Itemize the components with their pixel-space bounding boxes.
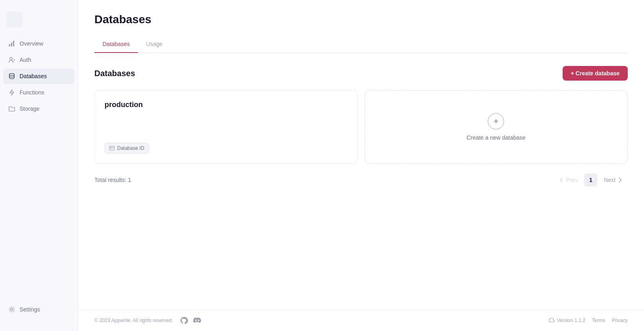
next-button[interactable]: Next: [599, 174, 628, 186]
sidebar-bottom: Settings: [0, 298, 78, 324]
copyright-text: © 2023 Appwrite. All rights reserved.: [94, 318, 173, 323]
prev-label: Prev: [566, 177, 578, 183]
sidebar-nav: Overview Auth Dat: [0, 36, 78, 298]
folder-icon: [8, 105, 15, 112]
footer-social-icons: [180, 316, 201, 324]
new-database-label: Create a new database: [467, 134, 526, 141]
app-logo: [7, 11, 23, 28]
chevron-right-icon: [617, 177, 623, 183]
svg-point-4: [9, 74, 14, 76]
lightning-icon: [8, 89, 15, 96]
tab-usage[interactable]: Usage: [138, 36, 170, 53]
sidebar-top: [0, 7, 78, 36]
total-results: Total results: 1: [94, 177, 131, 183]
main-footer: © 2023 Appwrite. All rights reserved. Ve…: [78, 309, 644, 331]
svg-rect-6: [109, 146, 114, 150]
privacy-link[interactable]: Privacy: [612, 318, 628, 323]
svg-point-3: [10, 57, 12, 60]
create-database-button[interactable]: + Create database: [563, 66, 628, 81]
sidebar-item-label-settings: Settings: [20, 306, 40, 313]
tabs-bar: Databases Usage: [94, 36, 628, 53]
main-content: Databases Databases Usage Databases + Cr…: [78, 0, 644, 331]
gear-icon: [8, 306, 15, 313]
section-header: Databases + Create database: [94, 66, 628, 81]
svg-point-7: [111, 147, 112, 149]
content-area: Databases + Create database production D…: [78, 53, 644, 309]
svg-rect-0: [9, 44, 10, 46]
sidebar-item-storage[interactable]: Storage: [3, 101, 74, 116]
sidebar: Overview Auth Dat: [0, 0, 78, 331]
database-name: production: [105, 101, 348, 109]
version-info: Version 1.1.2: [549, 318, 585, 323]
id-icon: [109, 145, 115, 151]
page-title: Databases: [94, 13, 628, 26]
svg-rect-1: [11, 42, 12, 46]
svg-rect-2: [13, 41, 14, 46]
bar-chart-icon: [8, 40, 15, 47]
new-database-plus-icon: +: [488, 113, 504, 129]
database-icon: [8, 72, 15, 80]
new-database-card[interactable]: + Create a new database: [365, 90, 628, 164]
sidebar-item-label-overview: Overview: [20, 40, 43, 47]
tab-databases[interactable]: Databases: [94, 36, 138, 53]
database-id-label: Database ID: [117, 145, 144, 151]
database-id-badge[interactable]: Database ID: [105, 143, 149, 153]
github-icon[interactable]: [180, 316, 188, 324]
sidebar-item-functions[interactable]: Functions: [3, 85, 74, 100]
users-icon: [8, 56, 15, 64]
sidebar-item-settings[interactable]: Settings: [3, 302, 74, 317]
chevron-left-icon: [559, 177, 564, 183]
pagination-controls: Prev 1 Next: [554, 173, 628, 186]
svg-point-5: [11, 309, 13, 311]
next-label: Next: [604, 177, 616, 183]
current-page: 1: [584, 173, 597, 186]
database-card-production[interactable]: production Database ID: [94, 90, 358, 164]
databases-grid: production Database ID +: [94, 90, 628, 164]
terms-link[interactable]: Terms: [592, 318, 605, 323]
sidebar-item-label-storage: Storage: [20, 105, 39, 112]
sidebar-item-label-auth: Auth: [20, 57, 31, 63]
sidebar-item-overview[interactable]: Overview: [3, 36, 74, 51]
section-title: Databases: [94, 69, 135, 78]
cloud-icon: [549, 318, 554, 323]
footer-right: Version 1.1.2 Terms Privacy: [549, 318, 628, 323]
prev-button[interactable]: Prev: [554, 174, 583, 186]
discord-icon[interactable]: [193, 316, 201, 324]
sidebar-item-auth[interactable]: Auth: [3, 52, 74, 68]
version-text: Version 1.1.2: [557, 318, 585, 323]
main-header: Databases Databases Usage: [78, 0, 644, 53]
pagination-row: Total results: 1 Prev 1 Next: [94, 173, 628, 186]
sidebar-item-label-databases: Databases: [20, 73, 47, 79]
sidebar-item-databases[interactable]: Databases: [3, 68, 74, 84]
sidebar-item-label-functions: Functions: [20, 89, 44, 96]
